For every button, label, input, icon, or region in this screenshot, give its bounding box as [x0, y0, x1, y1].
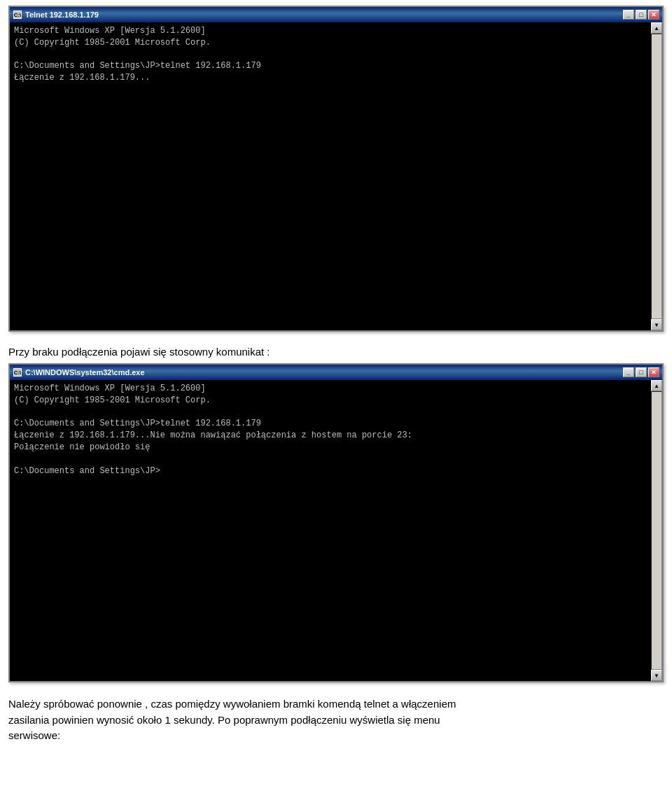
window-buttons-2: _ □ ✕ — [623, 367, 659, 377]
scrollbar-down-2[interactable]: ▼ — [651, 670, 662, 681]
titlebar-left-2: C:\ C:\WINDOWS\system32\cmd.exe — [13, 367, 145, 377]
terminal-icon-1: C:\ — [13, 10, 22, 20]
terminal-title-2: C:\WINDOWS\system32\cmd.exe — [25, 368, 145, 377]
titlebar-left-1: C:\ Telnet 192.168.1.179 — [13, 10, 99, 20]
terminal-window-2: C:\ C:\WINDOWS\system32\cmd.exe _ □ ✕ Mi… — [8, 363, 664, 682]
scrollbar-up-2[interactable]: ▲ — [651, 380, 662, 391]
scrollbar-down-1[interactable]: ▼ — [651, 319, 662, 330]
scrollbar-1[interactable]: ▲ ▼ — [651, 22, 662, 330]
terminal-line-2-5: Połączenie nie powiodło się — [14, 442, 647, 454]
terminal-line-2-7: C:\Documents and Settings\JP> — [14, 465, 647, 477]
terminal-content-1: Microsoft Windows XP [Wersja 5.1.2600] (… — [10, 22, 651, 330]
scrollbar-track-1[interactable] — [651, 34, 662, 319]
bottom-text-line2: zasilania powinien wynosić około 1 sekun… — [8, 713, 664, 729]
close-button-2[interactable]: ✕ — [648, 367, 659, 377]
terminal-window-1: C:\ Telnet 192.168.1.179 _ □ ✕ Microsoft… — [8, 6, 664, 332]
terminal-line-2-0: Microsoft Windows XP [Wersja 5.1.2600] — [14, 383, 647, 395]
terminal-line-2-1: (C) Copyright 1985-2001 Microsoft Corp. — [14, 395, 647, 407]
minimize-button-2[interactable]: _ — [623, 367, 634, 377]
terminal-line-2-2 — [14, 407, 647, 419]
bottom-text-line3: serwisowe: — [8, 728, 664, 744]
close-button-1[interactable]: ✕ — [648, 10, 659, 20]
terminal-body-2: Microsoft Windows XP [Wersja 5.1.2600] (… — [10, 380, 662, 681]
maximize-button-1[interactable]: □ — [636, 10, 647, 20]
between-text: Przy braku podłączenia pojawi się stosow… — [8, 339, 664, 363]
minimize-button-1[interactable]: _ — [623, 10, 634, 20]
terminal-content-2: Microsoft Windows XP [Wersja 5.1.2600] (… — [10, 380, 651, 681]
titlebar-2: C:\ C:\WINDOWS\system32\cmd.exe _ □ ✕ — [10, 365, 662, 380]
titlebar-1: C:\ Telnet 192.168.1.179 _ □ ✕ — [10, 7, 662, 22]
scrollbar-up-1[interactable]: ▲ — [651, 22, 662, 34]
terminal-line-1-4: Łączenie z 192.168.1.179... — [14, 72, 647, 84]
bottom-text-line1: Należy spróbować ponownie , czas pomiędz… — [8, 696, 664, 713]
terminal-line-1-0: Microsoft Windows XP [Wersja 5.1.2600] — [14, 25, 647, 37]
terminal-line-2-6 — [14, 454, 647, 465]
bottom-text: Należy spróbować ponownie , czas pomiędz… — [8, 689, 664, 747]
terminal-body-1: Microsoft Windows XP [Wersja 5.1.2600] (… — [10, 22, 662, 330]
terminal-line-1-3: C:\Documents and Settings\JP>telnet 192.… — [14, 60, 647, 72]
terminal-line-2-3: C:\Documents and Settings\JP>telnet 192.… — [14, 418, 647, 430]
scrollbar-2[interactable]: ▲ ▼ — [651, 380, 662, 681]
scrollbar-track-2[interactable] — [651, 391, 662, 670]
terminal-line-1-2 — [14, 49, 647, 61]
terminal-line-2-4: Łączenie z 192.168.1.179...Nie można naw… — [14, 430, 647, 442]
maximize-button-2[interactable]: □ — [636, 367, 647, 377]
terminal-title-1: Telnet 192.168.1.179 — [25, 10, 99, 19]
terminal-icon-2: C:\ — [13, 367, 22, 377]
terminal-line-1-1: (C) Copyright 1985-2001 Microsoft Corp. — [14, 37, 647, 49]
window-buttons-1: _ □ ✕ — [623, 10, 659, 20]
